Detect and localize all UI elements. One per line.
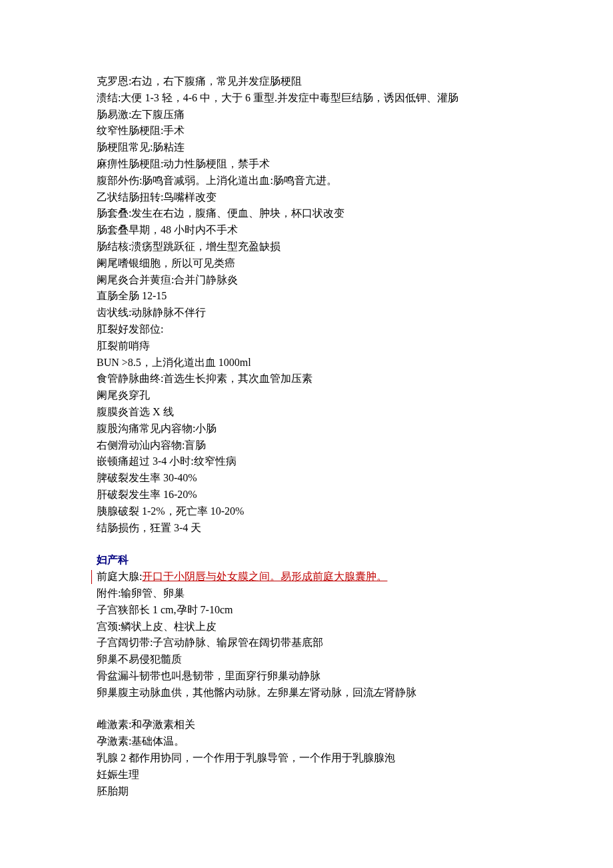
section3-line: 乳腺 2 都作用协同，一个作用于乳腺导管，一个作用于乳腺腺泡 — [97, 750, 516, 767]
section3-line: 孕激素:基础体温。 — [97, 733, 516, 750]
section1-line: 结肠损伤，狂置 3-4 天 — [97, 520, 516, 537]
section1-line: 克罗恩:右边，右下腹痛，常见并发症肠梗阻 — [97, 73, 516, 90]
section2_rest-line: 子宫阔切带:子宫动静脉、输尿管在阔切带基底部 — [97, 635, 516, 651]
section2_rest-line: 子宫狭部长 1 cm,孕时 7-10cm — [97, 602, 516, 619]
section1-line: 食管静脉曲终:首选生长抑素，其次血管加压素 — [97, 371, 516, 387]
section3-line: 妊娠生理 — [97, 767, 516, 783]
section1-line: 肠套叠:发生在右边，腹痛、便血、肿块，杯口状改变 — [97, 205, 516, 222]
section1-line: BUN >8.5，上消化道出血 1000ml — [97, 355, 516, 371]
section3-line: 胚胎期 — [97, 783, 516, 800]
vestibular-gland-line: 前庭大腺:开口于小阴唇与处女膜之间。易形成前庭大腺囊肿。 — [97, 569, 516, 585]
section2_rest-line: 附件:输卵管、卵巢 — [97, 585, 516, 602]
section1-line: 肛裂好发部位: — [97, 321, 516, 338]
section1-line: 乙状结肠扭转:鸟嘴样改变 — [97, 189, 516, 206]
section1-line: 腹部外伤:肠鸣音减弱。上消化道出血:肠鸣音亢进。 — [97, 173, 516, 189]
section1-line: 肠易激:左下腹压痛 — [97, 107, 516, 123]
section1-line: 肠套叠早期，48 小时内不手术 — [97, 222, 516, 239]
section1-line: 阑尾嗜银细胞，所以可见类癌 — [97, 255, 516, 272]
section1-line: 肠梗阻常见:肠粘连 — [97, 139, 516, 156]
section1-line: 腹股沟痛常见内容物:小肠 — [97, 421, 516, 437]
section1-line: 胰腺破裂 1-2%，死亡率 10-20% — [97, 503, 516, 520]
section1-line: 嵌顿痛超过 3-4 小时:纹窄性病 — [97, 453, 516, 470]
section2_rest-line: 骨盆漏斗韧带也叫悬韧带，里面穿行卵巢动静脉 — [97, 668, 516, 685]
section1-line: 麻痹性肠梗阻:动力性肠梗阻，禁手术 — [97, 156, 516, 173]
vestibular-gland-prefix: 前庭大腺: — [97, 571, 142, 582]
section1-line: 溃结:大便 1-3 轻，4-6 中，大于 6 重型.并发症中毒型巨结肠，诱因低钾… — [97, 90, 516, 107]
section1-line: 齿状线:动脉静脉不伴行 — [97, 305, 516, 321]
section1-line: 脾破裂发生率 30-40% — [97, 470, 516, 487]
section2_rest-line: 卵巢腹主动脉血供，其他髂内动脉。左卵巢左肾动脉，回流左肾静脉 — [97, 685, 516, 701]
section-title-obgyn: 妇产科 — [97, 552, 516, 569]
section1-line: 肝破裂发生率 16-20% — [97, 487, 516, 503]
section1-line: 肠结核:溃疡型跳跃征，增生型充盈缺损 — [97, 239, 516, 255]
section2_rest-line: 宫颈:鳞状上皮、柱状上皮 — [97, 619, 516, 635]
section1-line: 腹膜炎首选 X 线 — [97, 404, 516, 421]
section1-line: 阑尾炎穿孔 — [97, 387, 516, 404]
section3-line: 雌激素:和孕激素相关 — [97, 717, 516, 733]
vestibular-gland-highlight: 开口于小阴唇与处女膜之间。易形成前庭大腺囊肿。 — [142, 571, 387, 582]
section1-line: 右侧滑动汕内容物:盲肠 — [97, 437, 516, 454]
section1-line: 阑尾炎合并黄疸:合并门静脉炎 — [97, 272, 516, 289]
section1-line: 纹窄性肠梗阻:手术 — [97, 123, 516, 139]
section2_rest-line: 卵巢不易侵犯髓质 — [97, 651, 516, 668]
section1-line: 肛裂前哨痔 — [97, 338, 516, 355]
section1-line: 直肠全肠 12-15 — [97, 288, 516, 305]
